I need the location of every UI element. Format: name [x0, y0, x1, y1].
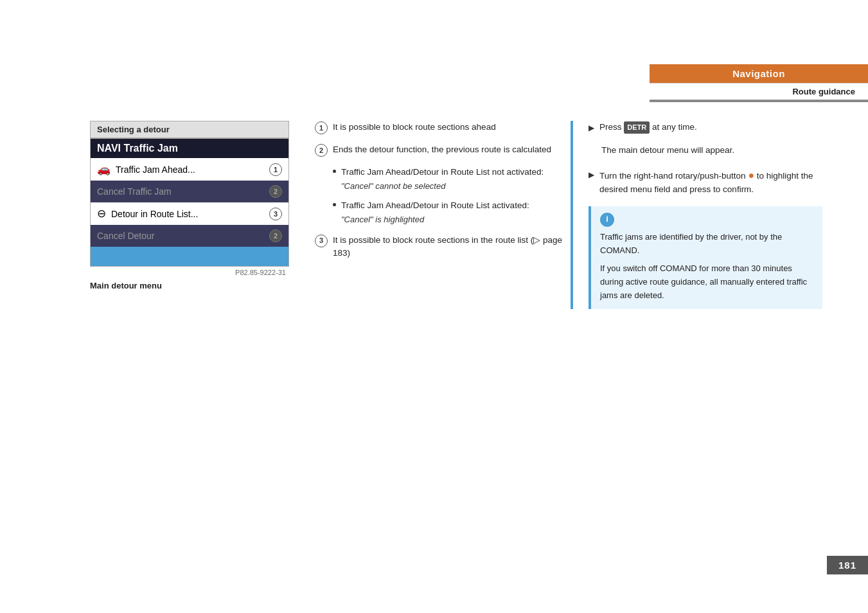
bullet-dot-2: [333, 203, 336, 206]
step-3: 3 It is possible to block route sections…: [315, 234, 565, 260]
bullet-intro-1: Traffic Jam Ahead/Detour in Route List n…: [341, 167, 544, 177]
menu-item-4[interactable]: Cancel Detour 2: [91, 225, 288, 247]
detour-menu-appear-text: The main detour menu will appear.: [601, 144, 822, 157]
bullet-dot-1: [333, 170, 336, 173]
step-num-2: 2: [315, 144, 328, 157]
badge-3: 3: [269, 208, 282, 220]
step-text-2: Ends the detour function, the previous r…: [333, 143, 565, 156]
menu-bottom-bar: [91, 247, 288, 266]
right-panel: ▶ Press DETR at any time. The main detou…: [578, 121, 822, 309]
main-detour-label: Main detour menu: [90, 281, 289, 290]
bullet-sub-2: "Cancel" is highlighted: [341, 213, 565, 226]
info-text-2: If you switch off COMAND for more than 3…: [600, 262, 813, 302]
badge-2a: 2: [269, 185, 282, 198]
bullet-text-2: Traffic Jam Ahead/Detour in Route List a…: [341, 199, 565, 226]
page-number: 181: [827, 556, 868, 574]
menu-item-2-label: Cancel Traffic Jam: [97, 186, 172, 197]
step-2: 2 Ends the detour function, the previous…: [315, 143, 565, 157]
menu-item-1[interactable]: 🚗 Traffic Jam Ahead... 1: [91, 158, 288, 181]
menu-item-3-label: Detour in Route List...: [111, 209, 198, 219]
middle-panel: 1 It is possible to block route sections…: [315, 121, 565, 269]
info-icon: i: [600, 213, 813, 231]
arrow-icon-2: ▶: [589, 169, 594, 181]
arrow-item-2: ▶ Turn the right-hand rotary/push-button…: [589, 168, 822, 196]
badge-2b: 2: [269, 229, 282, 242]
info-box: i Traffic jams are identified by the dri…: [589, 206, 822, 309]
bullet-2: Traffic Jam Ahead/Detour in Route List a…: [333, 199, 565, 226]
blue-vertical-bar: [571, 121, 573, 309]
bullet-section: Traffic Jam Ahead/Detour in Route List n…: [333, 166, 565, 226]
step-text-1: It is possible to block route sections a…: [333, 121, 565, 134]
menu-item-2[interactable]: Cancel Traffic Jam 2: [91, 181, 288, 202]
arrow-text-2: Turn the right-hand rotary/push-button ●…: [599, 168, 822, 196]
image-ref: P82.85-9222-31: [90, 267, 289, 278]
route-guidance-header: Route guidance: [650, 83, 868, 102]
bullet-1: Traffic Jam Ahead/Detour in Route List n…: [333, 166, 565, 193]
arrow-item-1: ▶ Press DETR at any time.: [589, 121, 822, 134]
step-1: 1 It is possible to block route sections…: [315, 121, 565, 134]
info-text-1: Traffic jams are identified by the drive…: [600, 231, 813, 258]
car-icon: 🚗: [97, 163, 111, 176]
selecting-detour-label: Selecting a detour: [90, 121, 289, 138]
bullet-intro-2: Traffic Jam Ahead/Detour in Route List a…: [341, 200, 529, 210]
bullet-sub-1: "Cancel" cannot be selected: [341, 180, 565, 193]
badge-1: 1: [269, 163, 282, 176]
menu-item-1-label: Traffic Jam Ahead...: [116, 164, 195, 175]
arrow-icon-1: ▶: [589, 122, 594, 134]
step-num-3: 3: [315, 235, 328, 247]
step-text-3: It is possible to block route sections i…: [333, 234, 565, 260]
menu-item-4-label: Cancel Detour: [97, 231, 155, 241]
arrow-text-1: Press DETR at any time.: [599, 121, 697, 134]
header-bar: Navigation Route guidance: [650, 64, 868, 102]
detr-badge: DETR: [624, 121, 650, 134]
menu-box: NAVI Traffic Jam 🚗 Traffic Jam Ahead... …: [90, 138, 289, 267]
step-num-1: 1: [315, 121, 328, 134]
navigation-header: Navigation: [650, 64, 868, 83]
bullet-text-1: Traffic Jam Ahead/Detour in Route List n…: [341, 166, 565, 193]
menu-title: NAVI Traffic Jam: [91, 139, 288, 158]
left-panel: Selecting a detour NAVI Traffic Jam 🚗 Tr…: [90, 121, 289, 290]
menu-item-3[interactable]: ⊖ Detour in Route List... 3: [91, 202, 288, 225]
detour-icon: ⊖: [97, 207, 106, 220]
